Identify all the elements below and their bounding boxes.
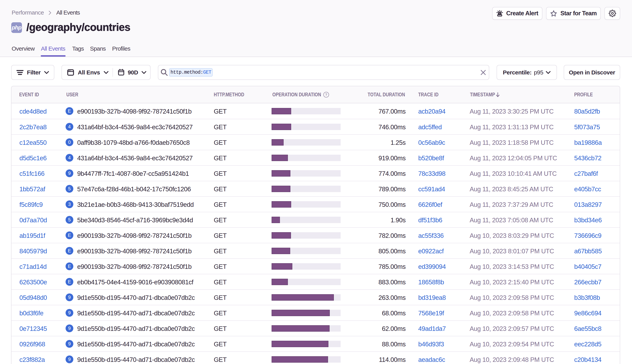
svg-text:?: ? (325, 93, 327, 97)
